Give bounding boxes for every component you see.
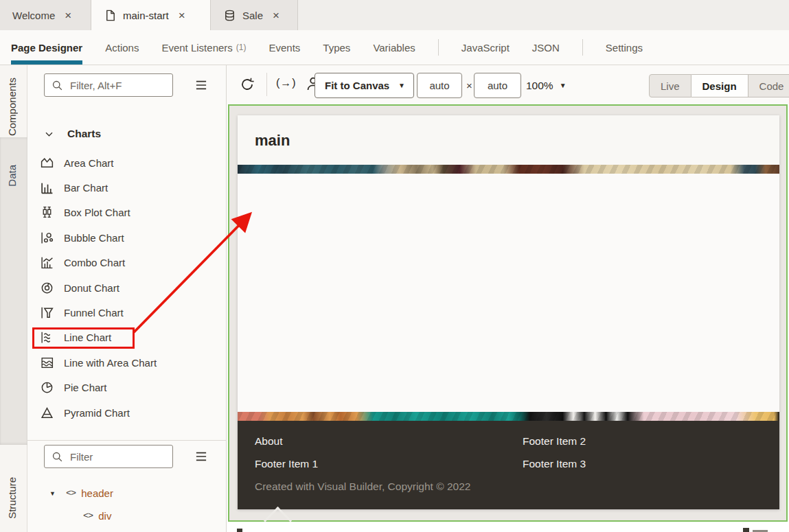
clipped-component-row[interactable]: <> <ul>: [44, 100, 209, 111]
component-item-label: Line Chart: [64, 332, 111, 343]
rail-tab-data[interactable]: Data: [0, 137, 27, 445]
fit-to-canvas-select[interactable]: Fit to Canvas ▼: [315, 73, 414, 98]
component-item[interactable]: Line Chart: [27, 325, 227, 350]
page-tab-label: Events: [268, 42, 300, 54]
fit-to-canvas-value: Fit to Canvas: [325, 80, 389, 91]
page-content-section[interactable]: [238, 174, 779, 412]
close-icon[interactable]: ×: [273, 10, 279, 21]
mode-button[interactable]: Design: [691, 74, 748, 97]
zoom-level-select[interactable]: 100% ▼: [526, 73, 577, 98]
mode-button-label: Code: [759, 80, 784, 92]
components-filter-box: [44, 73, 173, 97]
page-tab-label: Event Listeners: [161, 42, 232, 54]
component-item[interactable]: Combo Chart: [27, 251, 227, 275]
structure-menu-icon[interactable]: [195, 451, 207, 462]
component-chart-icon: [40, 255, 54, 270]
footer-link[interactable]: Footer Item 3: [523, 458, 762, 471]
page-tab-badge: (1): [236, 43, 247, 52]
canvas-area: main About Footer Item 1 Footer Item 2 F…: [227, 104, 789, 532]
page-tab[interactable]: Types: [323, 30, 350, 65]
components-menu-icon[interactable]: [195, 80, 207, 91]
mode-button-label: Live: [661, 80, 680, 92]
footer-copyright[interactable]: Created with Visual Builder, Copyright ©…: [255, 481, 762, 493]
component-chart-icon: [40, 205, 54, 220]
mode-button[interactable]: Code: [748, 74, 789, 97]
components-filter-input[interactable]: [69, 79, 168, 92]
page-tab-label: JavaScript: [461, 42, 510, 54]
footer-link[interactable]: About: [255, 435, 523, 448]
cutoff-artifact: [237, 529, 242, 532]
chevron-down-icon: [44, 129, 54, 139]
component-item[interactable]: Pie Chart: [27, 375, 227, 400]
footer-link[interactable]: Footer Item 1: [255, 458, 523, 471]
canvas-height-input[interactable]: [474, 73, 521, 98]
page-tab[interactable]: Events: [268, 30, 300, 65]
refresh-icon[interactable]: [239, 76, 255, 93]
window-tab-label: main-start: [123, 10, 169, 21]
page-surface[interactable]: main About Footer Item 1 Footer Item 2 F…: [238, 115, 779, 509]
rail-tab-components[interactable]: Components: [6, 78, 18, 136]
canvas-width-input[interactable]: [417, 73, 462, 98]
page-footer-section[interactable]: About Footer Item 1 Footer Item 2 Footer…: [238, 421, 779, 509]
zoom-level-value: 100%: [526, 80, 553, 92]
page-tab[interactable]: Settings: [606, 30, 643, 65]
component-item-label: Pyramid Chart: [64, 407, 130, 419]
page-tab[interactable]: Page Designer: [11, 30, 82, 65]
toolbar-divider: [266, 73, 267, 96]
page-tab-label: Actions: [105, 42, 139, 54]
window-tab[interactable]: Welcome ×: [0, 0, 91, 30]
component-chart-icon: [40, 330, 54, 345]
dimension-times-label: ×: [466, 80, 472, 91]
structure-filter-input[interactable]: [69, 450, 168, 463]
mode-button-group: Live Design Code: [649, 74, 789, 97]
page-tab-label: Page Designer: [11, 42, 82, 54]
component-item[interactable]: Box Plot Chart: [27, 200, 227, 225]
page-tab[interactable]: Actions: [105, 30, 139, 65]
charts-section-header[interactable]: Charts: [44, 128, 101, 140]
page-tab[interactable]: JavaScript: [461, 30, 510, 65]
page-tab[interactable]: Variables: [373, 30, 415, 65]
footer-links: About Footer Item 1 Footer Item 2 Footer…: [255, 435, 762, 471]
page-tab[interactable]: JSON: [532, 30, 560, 65]
component-chart-icon: [40, 380, 54, 395]
goto-arrow-icon[interactable]: (→): [276, 77, 297, 89]
component-item-label: Donut Chart: [64, 282, 119, 294]
window-tab[interactable]: Sale ×: [211, 0, 298, 30]
page-tab[interactable]: [582, 30, 583, 65]
component-chart-icon: [40, 281, 54, 295]
component-item[interactable]: Donut Chart: [27, 275, 227, 300]
window-tab-bar: Welcome × main-start × Sale ×: [0, 0, 789, 30]
structure-filter-box: [44, 445, 173, 468]
close-icon[interactable]: ×: [65, 10, 71, 21]
page-tab[interactable]: [438, 30, 439, 65]
canvas-toolbar: (→) Fit to Canvas ▼ × 100% ▼ Live Design…: [227, 65, 789, 104]
footer-decorative-strip[interactable]: [238, 412, 779, 421]
expander-icon[interactable]: ▼: [49, 490, 58, 497]
page-tab[interactable]: Event Listeners (1): [161, 30, 246, 65]
close-icon[interactable]: ×: [179, 10, 185, 21]
header-decorative-strip[interactable]: [238, 165, 779, 174]
component-item[interactable]: Funnel Chart: [27, 300, 227, 325]
window-tab[interactable]: main-start ×: [91, 0, 211, 30]
page-tab-label: Variables: [373, 42, 415, 54]
component-item[interactable]: Area Chart: [27, 150, 227, 175]
component-item[interactable]: Line with Area Chart: [27, 350, 227, 375]
footer-link[interactable]: Footer Item 2: [523, 435, 762, 448]
component-item[interactable]: Bubble Chart: [27, 225, 227, 250]
structure-tree-node[interactable]: ▼ <> header: [27, 482, 227, 505]
design-canvas[interactable]: main About Footer Item 1 Footer Item 2 F…: [228, 104, 788, 522]
rail-tab-structure[interactable]: Structure: [6, 477, 18, 519]
structure-tree-node[interactable]: <> div: [27, 505, 227, 527]
caret-down-icon: ▼: [398, 82, 405, 89]
component-item[interactable]: Bar Chart: [27, 175, 227, 200]
window-tab-label: Sale: [242, 10, 263, 21]
component-item[interactable]: Pyramid Chart: [27, 400, 227, 425]
page-header-section[interactable]: main: [238, 115, 779, 165]
mode-button[interactable]: Live: [649, 74, 691, 97]
clipped-component-label: <ul>: [65, 100, 84, 100]
page-title[interactable]: main: [255, 132, 290, 150]
tree-node-tag: div: [98, 510, 111, 522]
code-icon: <>: [66, 488, 76, 498]
component-chart-icon: [40, 231, 54, 245]
component-chart-icon: [40, 305, 54, 320]
